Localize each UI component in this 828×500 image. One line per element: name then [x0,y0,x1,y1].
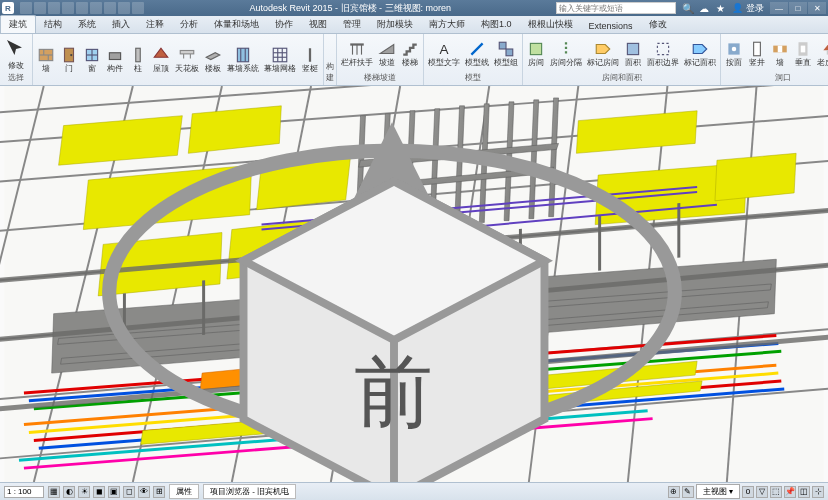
ribbon-btn-byface[interactable]: 按面 [723,39,745,68]
scale-input[interactable] [4,486,44,498]
menu-tab-11[interactable]: 南方大师 [421,16,473,33]
ribbon-btn-ceiling[interactable]: 天花板 [173,45,201,74]
ribbon-btn-ramp[interactable]: 坡道 [376,39,398,68]
menu-tab-8[interactable]: 视图 [301,16,335,33]
editable-icon[interactable]: ✎ [682,486,694,498]
ribbon: 修改选择墙门窗构件柱屋顶天花板楼板幕墙系统幕墙网格竖梃构建栏杆扶手坡道楼梯楼梯坡… [0,34,828,86]
menu-tab-13[interactable]: 根根山快模 [520,16,581,33]
svg-marker-29 [380,44,394,53]
ribbon-btn-door[interactable]: 门 [58,45,80,74]
reveal-icon[interactable]: ⊞ [153,486,165,498]
ribbon-btn-column[interactable]: 柱 [127,45,149,74]
ribbon-btn-curtain[interactable]: 幕墙系统 [225,45,261,74]
login-button[interactable]: 👤 登录 [732,2,764,15]
crop-icon[interactable]: ▣ [108,486,120,498]
project-browser-tab[interactable]: 项目浏览器 - 旧宾机电 [203,484,296,499]
menu-tab-14[interactable]: Extensions [581,19,641,33]
ribbon-btn-component[interactable]: 构件 [104,45,126,74]
svg-rect-19 [273,48,287,62]
ribbon-btn-label: 栏杆扶手 [341,59,373,67]
ribbon-btn-grid[interactable]: 幕墙网格 [262,45,298,74]
ribbon-btn-wallcut[interactable]: 墙 [769,39,791,68]
ribbon-btn-tag[interactable]: 标记房间 [585,39,621,68]
menu-tab-0[interactable]: 建筑 [0,15,36,33]
qat-save-icon[interactable] [34,2,46,14]
ribbon-btn-tagarea[interactable]: 标记面积 [682,39,718,68]
viewport-3d[interactable]: 前 [0,86,828,482]
ribbon-btn-separator[interactable]: 房间分隔 [548,39,584,68]
qat-open-icon[interactable] [20,2,32,14]
view-cube[interactable]: 前 [0,134,808,482]
ribbon-btn-line[interactable]: 模型线 [463,39,491,68]
group-label: 选择 [2,71,30,84]
menu-tab-15[interactable]: 修改 [641,16,675,33]
ribbon-group-0: 修改选择 [0,34,33,85]
hide-icon[interactable]: 👁 [138,486,150,498]
select-face-icon[interactable]: ◫ [798,486,810,498]
boundary-icon [654,40,672,58]
room-icon [527,40,545,58]
ribbon-btn-mullion[interactable]: 竖梃 [299,45,321,74]
close-button[interactable]: ✕ [808,2,826,14]
search-input[interactable] [556,2,676,14]
minimize-button[interactable]: — [770,2,788,14]
qat-tag-icon[interactable] [132,2,144,14]
ribbon-btn-boundary[interactable]: 面积边界 [645,39,681,68]
sun-path-icon[interactable]: ☀ [78,486,90,498]
maximize-button[interactable]: □ [789,2,807,14]
menu-tab-3[interactable]: 插入 [104,16,138,33]
detail-level-icon[interactable]: ▦ [48,486,60,498]
crop-region-icon[interactable]: ◻ [123,486,135,498]
ribbon-btn-cursor[interactable]: 修改 [2,36,30,71]
menu-tab-4[interactable]: 注释 [138,16,172,33]
ribbon-btn-room[interactable]: 房间 [525,39,547,68]
group-icon [497,40,515,58]
qat-dim-icon[interactable] [118,2,130,14]
qat-measure-icon[interactable] [104,2,116,14]
menu-tab-1[interactable]: 结构 [36,16,70,33]
qat-redo-icon[interactable] [62,2,74,14]
ribbon-btn-group[interactable]: 模型组 [492,39,520,68]
svg-rect-10 [136,48,141,62]
menu-tab-6[interactable]: 体量和场地 [206,16,267,33]
app-icon[interactable]: R [2,2,14,14]
view-selector[interactable]: 主视图 ▾ [696,484,740,499]
ribbon-btn-area[interactable]: 面积 [622,39,644,68]
ribbon-btn-railing[interactable]: 栏杆扶手 [339,39,375,68]
filter-icon[interactable]: ▽ [756,486,768,498]
ribbon-btn-roof[interactable]: 屋顶 [150,45,172,74]
grid-icon [271,46,289,64]
group-label: 房间和面积 [525,71,718,84]
menu-tab-9[interactable]: 管理 [335,16,369,33]
ribbon-btn-text[interactable]: A模型文字 [426,39,462,68]
ribbon-btn-floor[interactable]: 楼板 [202,45,224,74]
cloud-icon[interactable]: ☁ [698,2,710,14]
properties-tab[interactable]: 属性 [169,484,199,499]
column-icon [129,46,147,64]
ribbon-btn-wall[interactable]: 墙 [35,45,57,74]
search-icon[interactable]: 🔍 [682,2,694,14]
drag-icon[interactable]: ⊹ [812,486,824,498]
menu-tab-12[interactable]: 构图1.0 [473,16,520,33]
ribbon-btn-shaft[interactable]: 竖井 [746,39,768,68]
select-link-icon[interactable]: ⬚ [770,486,782,498]
ribbon-btn-dormer[interactable]: 老虎窗 [815,39,828,68]
qat-print-icon[interactable] [76,2,88,14]
menu-tab-5[interactable]: 分析 [172,16,206,33]
ribbon-btn-window[interactable]: 窗 [81,45,103,74]
menu-tab-10[interactable]: 附加模块 [369,16,421,33]
star-icon[interactable]: ★ [714,2,726,14]
visual-style-icon[interactable]: ◐ [63,486,75,498]
qat-undo-icon[interactable] [48,2,60,14]
menu-tab-2[interactable]: 系统 [70,16,104,33]
menu-tab-7[interactable]: 协作 [267,16,301,33]
svg-rect-34 [530,43,541,54]
ribbon-btn-vertical[interactable]: 垂直 [792,39,814,68]
svg-rect-42 [754,42,761,56]
qat-sync-icon[interactable] [90,2,102,14]
workset-icon[interactable]: ⊕ [668,486,680,498]
mullion-icon [301,46,319,64]
select-pinned-icon[interactable]: 📌 [784,486,796,498]
ribbon-btn-stair[interactable]: 楼梯 [399,39,421,68]
shadows-icon[interactable]: ◼ [93,486,105,498]
